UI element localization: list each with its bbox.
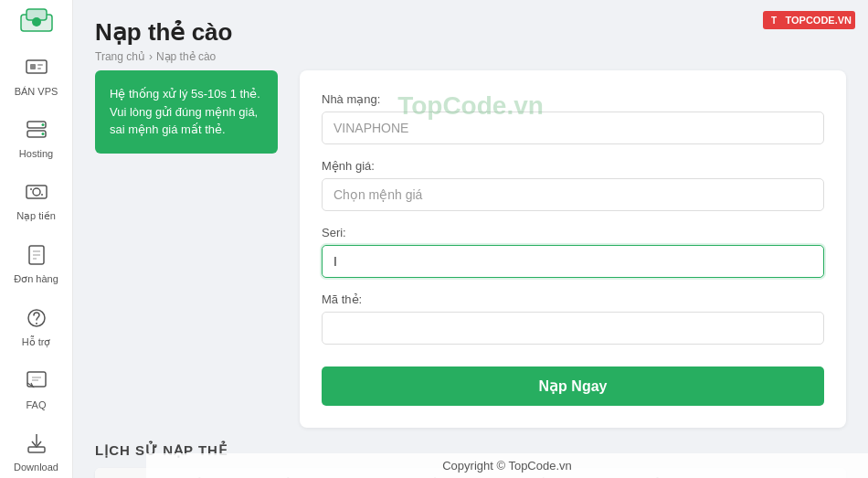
sidebar-item-nap-tien-label: Nạp tiền	[16, 210, 56, 222]
svg-rect-5	[37, 64, 43, 66]
breadcrumb: Trang chủ › Nạp thẻ cào	[95, 50, 846, 63]
sidebar-item-nap-tien[interactable]: Nạp tiền	[4, 168, 69, 229]
sidebar-item-faq[interactable]: FAQ	[4, 357, 69, 418]
form-group-serial: Seri:	[322, 226, 824, 278]
copyright-overlay: Copyright © TopCode.vn	[146, 453, 868, 478]
sidebar-item-ban-vps-label: BÁN VPS	[15, 86, 58, 97]
nap-tien-icon	[20, 175, 53, 208]
sidebar-item-hosting-label: Hosting	[19, 148, 53, 159]
sidebar-item-hosting[interactable]: Hosting	[4, 106, 69, 166]
topcode-badge: T TOPCODE.VN	[763, 11, 855, 29]
svg-rect-24	[28, 447, 45, 452]
svg-point-2	[32, 17, 41, 27]
breadcrumb-home[interactable]: Trang chủ	[95, 50, 145, 63]
sidebar-item-download[interactable]: Download	[4, 420, 69, 478]
page-header: Nạp thẻ cào Trang chủ › Nạp thẻ cào	[73, 0, 868, 70]
content-area: Hệ thống xử lý 5s-10s 1 thẻ. Vui lòng gử…	[73, 70, 868, 442]
svg-rect-3	[26, 60, 47, 73]
nha-mang-select[interactable]: VINAPHONE VIETTEL MOBIFONE	[322, 112, 824, 144]
svg-rect-4	[30, 64, 36, 69]
sidebar-item-ban-vps[interactable]: BÁN VPS	[4, 44, 69, 104]
main-content: Nạp thẻ cào Trang chủ › Nạp thẻ cào TopC…	[73, 0, 868, 478]
topcode-watermark: T TOPCODE.VN	[763, 11, 855, 29]
form-card: Nhà mạng: VINAPHONE VIETTEL MOBIFONE Mện…	[300, 70, 846, 428]
form-group-menh-gia: Mệnh giá: Chọn mệnh giá 10,000 20,000 50…	[322, 159, 824, 211]
ma-the-input[interactable]	[322, 312, 824, 345]
ban-vps-icon	[20, 51, 53, 84]
faq-icon	[20, 365, 53, 398]
sidebar-item-faq-label: FAQ	[26, 399, 46, 410]
col-id[interactable]: ID ⇅	[95, 468, 150, 478]
info-box: Hệ thống xử lý 5s-10s 1 thẻ. Vui lòng gử…	[95, 70, 278, 154]
form-group-nha-mang: Nhà mạng: VINAPHONE VIETTEL MOBIFONE	[322, 92, 824, 144]
copyright-text: Copyright © TopCode.vn	[442, 459, 572, 473]
sidebar: BÁN VPS Hosting Nạp tiền	[0, 0, 73, 478]
svg-point-20	[36, 323, 37, 324]
breadcrumb-current: Nạp thẻ cào	[156, 50, 216, 63]
svg-rect-6	[37, 68, 41, 69]
form-group-ma-the: Mã thẻ:	[322, 292, 824, 345]
menh-gia-label: Mệnh giá:	[322, 159, 824, 173]
svg-rect-11	[26, 186, 47, 198]
sidebar-item-ho-tro-label: Hỗ trợ	[22, 336, 51, 348]
download-icon	[20, 427, 53, 460]
sidebar-item-ho-tro[interactable]: Hỗ trợ	[4, 294, 69, 356]
sidebar-item-don-hang[interactable]: Đơn hàng	[4, 231, 69, 292]
sidebar-item-download-label: Download	[14, 462, 58, 473]
nha-mang-label: Nhà mạng:	[322, 92, 824, 106]
ma-the-label: Mã thẻ:	[322, 292, 824, 306]
svg-point-8	[41, 123, 44, 126]
ho-tro-icon	[20, 302, 53, 335]
menh-gia-select[interactable]: Chọn mệnh giá 10,000 20,000 50,000 100,0…	[322, 178, 824, 211]
svg-text:T: T	[771, 16, 777, 26]
sidebar-item-don-hang-label: Đơn hàng	[14, 273, 58, 285]
hosting-icon	[20, 113, 53, 146]
serial-label: Seri:	[322, 226, 824, 239]
serial-input[interactable]	[322, 245, 824, 278]
logo	[15, 7, 58, 37]
don-hang-icon	[20, 239, 53, 271]
page-title: Nạp thẻ cào	[95, 18, 846, 47]
info-box-text: Hệ thống xử lý 5s-10s 1 thẻ. Vui lòng gử…	[110, 87, 260, 136]
submit-button[interactable]: Nạp Ngay	[322, 366, 824, 406]
svg-point-10	[41, 133, 44, 135]
svg-point-12	[33, 188, 40, 196]
